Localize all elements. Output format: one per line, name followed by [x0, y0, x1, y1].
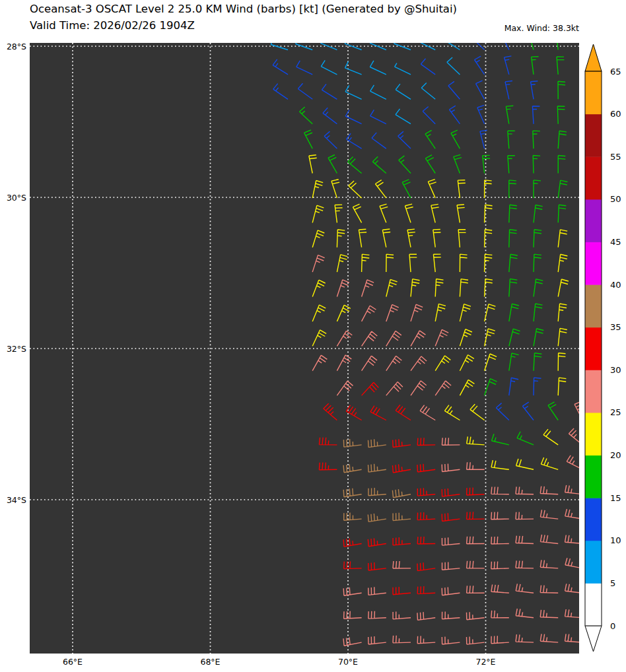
wind-barb	[312, 181, 323, 198]
wind-barb	[402, 180, 411, 198]
wind-barb	[319, 463, 337, 470]
wind-barb	[558, 81, 565, 99]
wind-barb	[345, 43, 361, 50]
wind-barb	[558, 180, 567, 198]
wind-barb	[457, 205, 465, 223]
wind-barb	[386, 279, 398, 296]
wind-barb	[557, 57, 564, 75]
wind-barb	[435, 356, 450, 371]
wind-barb	[548, 402, 558, 420]
wind-barb	[504, 56, 512, 75]
wind-barb	[372, 133, 386, 149]
wind-barb	[508, 156, 515, 174]
wind-barb	[421, 83, 435, 99]
colorbar-segment	[585, 71, 602, 114]
wind-barb	[505, 81, 512, 100]
plot-title: Oceansat-3 OSCAT Level 2 25.0 KM Wind (b…	[30, 3, 457, 15]
wind-barb	[491, 537, 509, 544]
colorbar: 05101520253035404550556065	[584, 40, 626, 663]
wind-barb	[370, 85, 386, 99]
wind-barb	[323, 108, 337, 123]
wind-barb	[509, 329, 520, 346]
wind-barb	[395, 63, 411, 75]
wind-barb	[442, 637, 460, 645]
wind-barb	[509, 353, 519, 371]
wind-barb	[320, 43, 337, 50]
wind-barb	[534, 205, 543, 223]
wind-barb	[540, 535, 558, 544]
wind-barb	[370, 61, 386, 75]
colorbar-segment	[585, 370, 602, 413]
wind-barb	[344, 513, 362, 521]
wind-barb	[433, 254, 440, 272]
wind-barb	[417, 636, 435, 643]
lat-tick-label: 28°S	[0, 42, 26, 51]
wind-barb	[312, 205, 324, 222]
wind-barb	[393, 587, 411, 595]
wind-barb	[506, 106, 513, 124]
wind-barb	[343, 439, 361, 447]
wind-barb	[477, 105, 485, 123]
wind-barb	[392, 489, 411, 498]
wind-barb	[368, 514, 386, 521]
wind-barb	[343, 588, 361, 595]
wind-barb	[516, 459, 534, 469]
wind-barb	[398, 131, 411, 149]
wind-barb	[460, 304, 471, 321]
wind-barb	[509, 180, 516, 198]
wind-barb	[328, 155, 337, 174]
wind-barb	[485, 354, 497, 371]
wind-barb	[396, 109, 411, 124]
wind-barb	[348, 157, 362, 174]
wind-barb	[425, 130, 435, 149]
wind-barb	[534, 329, 543, 347]
wind-barb	[565, 535, 580, 544]
wind-barb	[335, 205, 342, 222]
colorbar-tick-label: 5	[610, 578, 615, 588]
colorbar-segment	[585, 242, 602, 285]
wind-barb	[496, 403, 509, 420]
wind-barb	[460, 279, 468, 297]
wind-barb	[447, 57, 460, 75]
wind-barb	[417, 612, 435, 620]
wind-barb	[485, 254, 493, 272]
wind-barb	[417, 464, 435, 472]
wind-barb	[300, 107, 313, 124]
wind-barb	[393, 636, 411, 643]
wind-barb	[343, 638, 362, 646]
wind-barb	[442, 488, 460, 496]
wind-barb	[372, 156, 386, 173]
wind-barb	[337, 331, 352, 346]
wind-barb	[558, 230, 567, 248]
wind-barb	[454, 154, 462, 173]
valid-time-subtitle: Valid Time: 2026/02/26 1904Z	[30, 19, 195, 32]
colorbar-tick-label: 45	[610, 237, 621, 247]
wind-barb	[359, 229, 366, 247]
wind-barb	[442, 537, 460, 545]
colorbar-svg: 05101520253035404550556065	[584, 40, 626, 663]
wind-barb	[558, 279, 569, 297]
wind-barb	[565, 558, 579, 568]
wind-barb	[540, 634, 558, 642]
wind-barb	[533, 131, 540, 149]
wind-barb	[509, 205, 517, 222]
wind-barb	[362, 356, 377, 371]
wind-barb	[491, 585, 509, 593]
wind-barb	[540, 610, 558, 618]
wind-barb	[435, 279, 443, 297]
wind-barb	[386, 254, 394, 272]
wind-barb	[458, 230, 466, 248]
wind-barb	[435, 329, 448, 346]
wind-barb	[442, 611, 460, 619]
wind-barb	[467, 637, 485, 645]
wind-barb	[368, 488, 386, 496]
wind-barb	[349, 181, 362, 198]
wind-barb	[386, 382, 403, 395]
wind-barb	[417, 562, 435, 570]
wind-barb	[312, 280, 326, 296]
wind-barb	[565, 609, 580, 618]
wind-barb	[449, 106, 460, 124]
wind-barb	[451, 130, 460, 149]
wind-barb	[393, 464, 411, 473]
wind-barb	[522, 402, 534, 420]
